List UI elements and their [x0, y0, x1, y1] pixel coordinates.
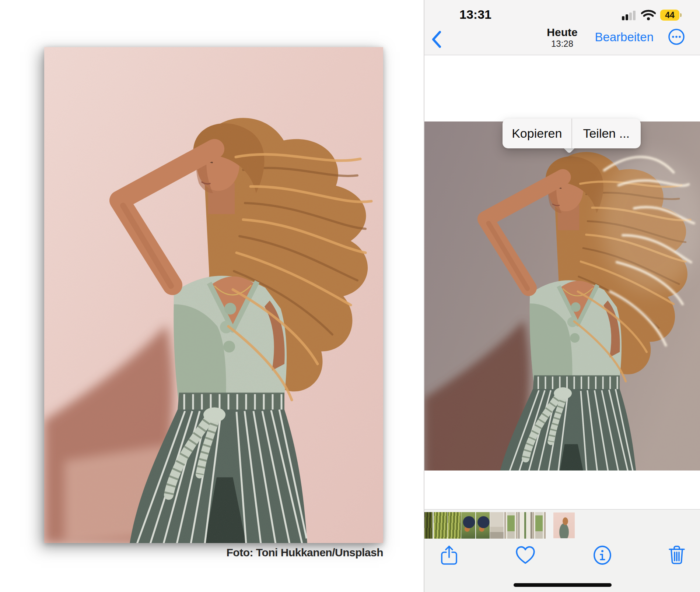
- iphone-photos-app: 13:31 44 Heute 13:28 Bearbeiten: [424, 0, 700, 592]
- copy-menu-item[interactable]: Kopieren: [503, 119, 571, 148]
- status-icons: 44: [622, 10, 679, 21]
- context-menu: Kopieren Teilen ...: [503, 119, 641, 148]
- photo-credit: Foto: Toni Hukkanen/Unsplash: [44, 546, 383, 559]
- home-indicator[interactable]: [514, 583, 612, 587]
- thumbnail-plants-2[interactable]: [434, 512, 447, 539]
- share-icon: [439, 545, 459, 565]
- thumbnail-plants-1[interactable]: [424, 512, 433, 539]
- edit-button[interactable]: Bearbeiten: [595, 30, 654, 44]
- status-time: 13:31: [459, 7, 491, 22]
- nav-title-text: Heute: [525, 27, 599, 38]
- thumbnail-current-photo[interactable]: [553, 512, 575, 538]
- thumbnail-window-1[interactable]: [504, 512, 518, 539]
- thumbnail-plants-3[interactable]: [448, 512, 461, 539]
- info-button[interactable]: [592, 545, 613, 565]
- ellipsis-circle-icon: [668, 28, 685, 46]
- thumbnail-gardener-2[interactable]: [476, 512, 490, 539]
- nav-bar: Heute 13:28 Bearbeiten: [424, 24, 700, 55]
- thumbnail-interior[interactable]: [490, 512, 504, 539]
- battery-percent: 44: [665, 10, 675, 20]
- article-photo: [44, 47, 383, 543]
- wifi-icon: [641, 10, 656, 21]
- bottom-bar: [424, 509, 700, 592]
- heart-icon: [515, 545, 536, 565]
- more-button[interactable]: [668, 28, 685, 46]
- back-button[interactable]: [431, 27, 447, 52]
- cellular-signal-icon: [622, 10, 637, 21]
- gray-wall-portrait: [424, 121, 700, 471]
- favorite-button[interactable]: [515, 545, 536, 565]
- info-icon: [592, 545, 613, 565]
- thumbnail-gardener-1[interactable]: [461, 512, 475, 539]
- article-photo-panel: Foto: Toni Hukkanen/Unsplash: [0, 0, 424, 592]
- chevron-left-icon: [431, 31, 441, 48]
- delete-button[interactable]: [666, 545, 687, 565]
- photo-viewer[interactable]: [424, 121, 700, 471]
- trash-icon: [666, 545, 687, 565]
- share-menu-item[interactable]: Teilen ...: [572, 119, 641, 148]
- thumbnail-window-2[interactable]: [532, 512, 546, 539]
- thumbnail-window-corner[interactable]: [518, 512, 532, 539]
- share-button[interactable]: [439, 545, 459, 565]
- nav-title: Heute 13:28: [525, 27, 599, 48]
- nav-subtitle-text: 13:28: [525, 39, 599, 48]
- battery-indicator: 44: [660, 10, 679, 21]
- pink-wall-portrait: [44, 47, 383, 543]
